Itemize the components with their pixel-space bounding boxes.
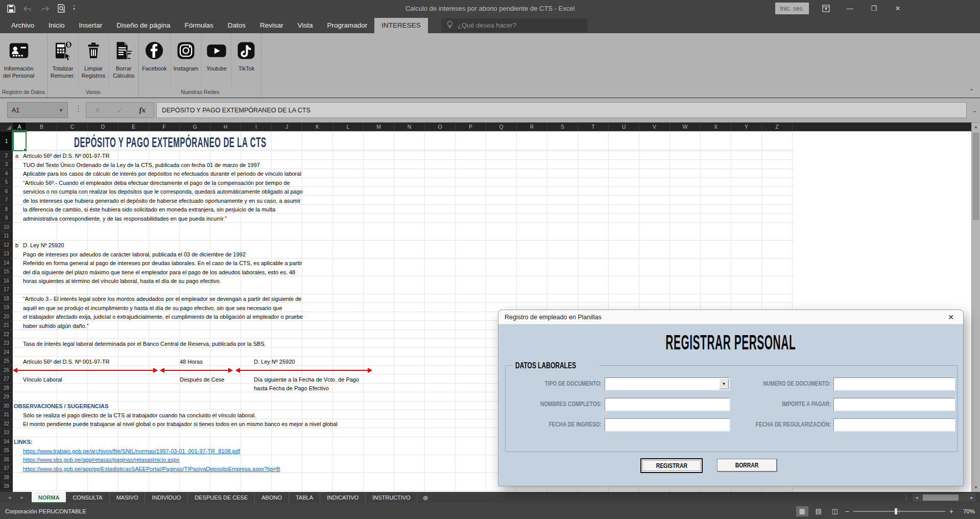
sign-in-button[interactable]: Inic. ses. (775, 3, 809, 14)
row-header-37[interactable]: 37 (0, 464, 13, 474)
scroll-up-icon[interactable]: ▲ (972, 123, 980, 131)
row-header-12[interactable]: 12 (0, 241, 13, 250)
row-header-7[interactable]: 7 (0, 196, 13, 205)
horizontal-scrollbar[interactable]: ◄ ► (913, 493, 976, 502)
row-header-5[interactable]: 5 (0, 178, 13, 187)
column-header-o[interactable]: O (425, 123, 456, 131)
column-header-i[interactable]: I (241, 123, 272, 131)
row-header-24[interactable]: 24 (0, 348, 13, 357)
minimize-button[interactable]: — (841, 0, 858, 17)
tipo-de-documento-combobox[interactable]: ▼ (605, 378, 730, 390)
column-header-n[interactable]: N (394, 123, 425, 131)
row-header-33[interactable]: 33 (0, 429, 13, 438)
row-header-4[interactable]: 4 (0, 169, 13, 178)
row-header-32[interactable]: 32 (0, 419, 13, 429)
ribbon-tab-archivo[interactable]: Archivo (4, 18, 41, 33)
zoom-slider-thumb[interactable] (895, 508, 897, 514)
sheet-tab-despues-de-cese[interactable]: DESPUES DE CESE (188, 492, 255, 503)
column-header-e[interactable]: E (118, 123, 149, 131)
row-header-25[interactable]: 25 (0, 357, 13, 366)
row-header-10[interactable]: 10 (0, 223, 13, 232)
sheet-tab-abono[interactable]: ABONO (255, 492, 289, 503)
row-header-1[interactable]: 1 (0, 131, 13, 151)
column-header-b[interactable]: B (27, 123, 57, 131)
column-header-c[interactable]: C (57, 123, 88, 131)
row-header-15[interactable]: 15 (0, 268, 13, 277)
column-header-k[interactable]: K (302, 123, 333, 131)
zoom-level[interactable]: 70% (958, 508, 975, 514)
column-header-z[interactable]: Z (762, 123, 793, 131)
expand-formula-bar-icon[interactable]: ⌄ (972, 107, 977, 114)
borrar-button[interactable]: BORRAR (717, 459, 777, 472)
hyperlink[interactable]: https://www.trabajo.gob.pe/archivos/file… (23, 447, 240, 456)
ribbon-tab-revisar[interactable]: Revisar (253, 18, 291, 33)
column-header-l[interactable]: L (333, 123, 364, 131)
collapse-ribbon-icon[interactable]: ⌃ (969, 88, 974, 95)
row-header-31[interactable]: 31 (0, 411, 13, 420)
column-header-y[interactable]: Y (731, 123, 762, 131)
dialog-close-icon[interactable]: ✕ (945, 313, 957, 321)
zoom-slider[interactable]: − + (845, 507, 953, 515)
row-header-2[interactable]: 2 (0, 151, 13, 160)
ribbon-tab-inicio[interactable]: Inicio (41, 18, 72, 33)
column-header-x[interactable]: X (701, 123, 731, 131)
combo-dropdown-icon[interactable]: ▼ (719, 379, 729, 389)
fecha-de-regularizacion-input[interactable] (833, 418, 955, 431)
ribbon-button-youtube[interactable]: Youtube (202, 33, 231, 88)
column-header-f[interactable]: F (149, 123, 180, 131)
importe-a-pagar-input[interactable] (833, 398, 955, 411)
ribbon-tab-insertar[interactable]: Insertar (72, 18, 110, 33)
normal-view-icon[interactable]: ▦ (796, 506, 808, 516)
numero-de-documento-input[interactable] (833, 378, 955, 390)
ribbon-display-options-icon[interactable] (817, 0, 834, 17)
undo-icon[interactable] (22, 5, 33, 12)
row-headers[interactable]: 1234567891011121314151617181920212223242… (0, 131, 13, 492)
hscroll-left-icon[interactable]: ◄ (913, 493, 921, 502)
ribbon-tab-datos[interactable]: Datos (221, 18, 253, 33)
column-header-g[interactable]: G (180, 123, 210, 131)
row-header-16[interactable]: 16 (0, 276, 13, 286)
sheet-nav-left-icon[interactable]: ◄ (7, 495, 12, 500)
selected-cell-a1[interactable] (13, 131, 27, 151)
column-header-d[interactable]: D (88, 123, 118, 131)
row-header-30[interactable]: 30 (0, 402, 13, 411)
new-sheet-icon[interactable]: ⊕ (418, 492, 434, 503)
restore-button[interactable]: ❐ (865, 0, 882, 17)
column-header-m[interactable]: M (364, 123, 394, 131)
ribbon-tab-diseño-de-página[interactable]: Diseño de página (109, 18, 177, 33)
page-break-view-icon[interactable]: ◫ (829, 506, 841, 516)
cancel-entry-icon[interactable]: ✕ (94, 106, 101, 114)
row-header-19[interactable]: 19 (0, 303, 13, 313)
vertical-scrollbar[interactable]: ▲ ▼ (971, 123, 980, 492)
row-header-35[interactable]: 35 (0, 446, 13, 456)
row-header-20[interactable]: 20 (0, 312, 13, 321)
close-button[interactable]: ✕ (889, 0, 906, 17)
sheet-tab-consulta[interactable]: CONSULTA (66, 492, 109, 503)
row-header-11[interactable]: 11 (0, 232, 13, 241)
fecha-de-ingreso-input[interactable] (605, 418, 730, 431)
row-header-39[interactable]: 39 (0, 482, 13, 491)
insert-function-icon[interactable]: fx (139, 106, 146, 114)
row-header-6[interactable]: 6 (0, 187, 13, 196)
ribbon-button-borrar-cálculos[interactable]: BorrarCálculos (109, 33, 138, 88)
formula-input[interactable]: DEPÓSITO Y PAGO EXTEMPÓRANEO DE LA CTS (156, 102, 967, 118)
ribbon-tab-vista[interactable]: Vista (291, 18, 320, 33)
row-header-9[interactable]: 9 (0, 214, 13, 223)
column-header-q[interactable]: Q (486, 123, 517, 131)
save-icon[interactable] (7, 5, 15, 13)
ribbon-tab-fórmulas[interactable]: Fórmulas (177, 18, 220, 33)
column-header-t[interactable]: T (578, 123, 609, 131)
sheet-tab-tabla[interactable]: TABLA (289, 492, 320, 503)
column-header-h[interactable]: H (210, 123, 241, 131)
nombres-completos-input[interactable] (605, 398, 730, 411)
row-header-3[interactable]: 3 (0, 160, 13, 170)
row-header-13[interactable]: 13 (0, 250, 13, 259)
row-header-18[interactable]: 18 (0, 294, 13, 303)
row-header-22[interactable]: 22 (0, 330, 13, 339)
customize-quick-access-icon[interactable]: ▾ (73, 6, 75, 11)
zoom-out-icon[interactable]: − (845, 507, 849, 515)
ribbon-tab-programador[interactable]: Programador (320, 18, 375, 33)
column-header-r[interactable]: R (517, 123, 547, 131)
hyperlink[interactable]: https://www.sbs.gob.pe/app/pp/Estadistic… (23, 465, 280, 474)
ribbon-tab-intereses[interactable]: INTERESES (374, 18, 428, 33)
